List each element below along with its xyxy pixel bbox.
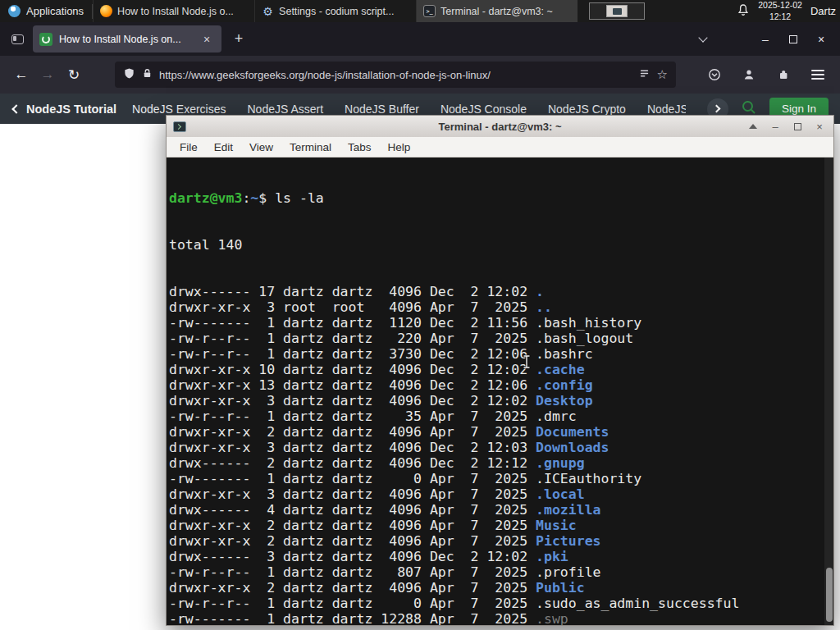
site-nav-back[interactable]: NodeJS Tutorial xyxy=(13,103,116,116)
tab-strip: How to Install Node.js on... × + – × xyxy=(0,22,840,56)
notification-bell-icon[interactable] xyxy=(737,3,750,20)
terminal-output-line: -rw-r--r-- 1 dartz dartz 35 Apr 7 2025 .… xyxy=(169,409,833,424)
terminal-menubar: FileEditViewTerminalTabsHelp xyxy=(167,137,833,158)
terminal-app-icon xyxy=(173,121,186,132)
terminal-close-button[interactable]: × xyxy=(812,119,827,134)
menu-view[interactable]: View xyxy=(241,141,281,153)
menu-tabs[interactable]: Tabs xyxy=(340,141,380,153)
terminal-window: Terminal - dartz@vm3: ~ – × FileEditView… xyxy=(166,115,834,626)
clock[interactable]: 2025-12-02 12:12 xyxy=(758,0,802,21)
window-minimize-button[interactable]: – xyxy=(751,27,779,52)
site-nav-item[interactable]: NodeJS Console xyxy=(441,103,527,116)
prompt-separator: : xyxy=(242,190,250,206)
desktop-panel: Applications How to Install Node.js o...… xyxy=(0,0,840,22)
menu-help[interactable]: Help xyxy=(380,141,419,153)
terminal-output-line: -rw------- 1 dartz dartz 1120 Dec 2 11:5… xyxy=(169,315,833,331)
forward-button[interactable]: → xyxy=(34,62,61,88)
bookmark-star-icon[interactable]: ☆ xyxy=(657,67,668,82)
settings-icon: ⚙ xyxy=(262,5,274,17)
list-all-tabs-button[interactable] xyxy=(691,27,715,52)
hamburger-icon xyxy=(811,70,824,80)
terminal-total-line: total 140 xyxy=(169,237,833,253)
tracking-shield-icon[interactable] xyxy=(123,67,135,83)
site-nav-back-label: NodeJS Tutorial xyxy=(26,103,116,116)
terminal-minimize-button[interactable]: – xyxy=(768,119,783,134)
terminal-prompt-line: dartz@vm3:~$ls -la xyxy=(169,190,833,206)
new-tab-button[interactable]: + xyxy=(226,27,251,52)
terminal-output-line: -rw-r--r-- 1 dartz dartz 220 Apr 7 2025 … xyxy=(169,331,833,346)
site-nav-item[interactable]: NodeJS Assert xyxy=(248,103,324,116)
window-close-button[interactable]: × xyxy=(807,27,835,52)
taskbar-item[interactable]: How to Install Node.js o... xyxy=(93,0,254,22)
terminal-output-line: drwxr-xr-x 2 dartz dartz 4096 Apr 7 2025… xyxy=(169,533,833,549)
site-nav-item[interactable]: NodeJS Crypto xyxy=(548,103,626,116)
terminal-output-line: -rw-r--r-- 1 dartz dartz 3730 Dec 2 12:0… xyxy=(169,346,833,362)
reload-button[interactable]: ↻ xyxy=(61,62,87,88)
applications-menu-button[interactable]: Applications xyxy=(0,0,92,22)
account-icon[interactable] xyxy=(735,62,763,88)
menu-edit[interactable]: Edit xyxy=(206,141,241,153)
site-nav-item[interactable]: NodeJS DNS xyxy=(647,103,686,116)
panel-status-area: 2025-12-02 12:12 Dartz xyxy=(737,0,840,21)
taskbar-item-label: Settings - codium script... xyxy=(279,6,394,17)
maximize-icon xyxy=(789,35,797,43)
workspace-switcher[interactable] xyxy=(589,2,645,20)
menu-button[interactable] xyxy=(804,62,832,88)
tab-title: How to Install Node.js on... xyxy=(59,34,192,45)
toolbar-icon-group xyxy=(701,62,832,88)
terminal-output-line: drwxr-xr-x 2 dartz dartz 4096 Apr 7 2025… xyxy=(169,518,833,533)
clock-time: 12:12 xyxy=(758,11,802,22)
terminal-output-line: drwxr-xr-x 3 root root 4096 Apr 7 2025 .… xyxy=(169,299,833,315)
lock-icon[interactable] xyxy=(142,67,153,82)
browser-toolbar: ← → ↻ https://www.geeksforgeeks.org/node… xyxy=(0,56,840,94)
maximize-icon xyxy=(794,123,801,130)
triangle-up-icon xyxy=(749,124,757,129)
terminal-output-line: -rw-r--r-- 1 dartz dartz 0 Apr 7 2025 .s… xyxy=(169,596,833,611)
taskbar-item-label: How to Install Node.js o... xyxy=(117,6,234,17)
taskbar-item[interactable]: ⚙Settings - codium script... xyxy=(254,0,416,22)
back-button[interactable]: ← xyxy=(8,62,34,88)
pocket-icon[interactable] xyxy=(701,62,728,88)
tab-close-button[interactable]: × xyxy=(199,31,215,48)
applications-menu-label: Applications xyxy=(26,5,84,17)
taskbar-item[interactable]: >_Terminal - dartz@vm3: ~ xyxy=(416,0,578,22)
panel-user-label: Dartz xyxy=(810,5,836,17)
terminal-maximize-button[interactable] xyxy=(790,119,805,134)
terminal-output-line: -rw------- 1 dartz dartz 12288 Apr 7 202… xyxy=(169,611,833,625)
firefox-icon xyxy=(100,5,112,17)
url-text[interactable]: https://www.geeksforgeeks.org/node-js/in… xyxy=(159,69,491,81)
window-maximize-button[interactable] xyxy=(779,27,807,52)
browser-tab[interactable]: How to Install Node.js on... × xyxy=(33,25,221,52)
url-bar[interactable]: https://www.geeksforgeeks.org/node-js/in… xyxy=(115,62,676,88)
site-nav-items: NodeJS ExercisesNodeJS AssertNodeJS Buff… xyxy=(121,103,686,116)
terminal-output-line: -rw------- 1 dartz dartz 0 Apr 7 2025 .I… xyxy=(169,471,833,486)
terminal-output-line: drwx------ 3 dartz dartz 4096 Dec 2 12:0… xyxy=(169,549,833,564)
window-controls: – × xyxy=(751,27,835,52)
menu-terminal[interactable]: Terminal xyxy=(281,141,340,153)
terminal-output-line: drwxr-xr-x 13 dartz dartz 4096 Dec 2 12:… xyxy=(169,377,833,393)
terminal-scrollbar[interactable] xyxy=(824,158,833,625)
terminal-titlebar[interactable]: Terminal - dartz@vm3: ~ – × xyxy=(167,116,833,137)
terminal-output: dartz@vm3:~$ls -la total 140 drwx------ … xyxy=(169,159,833,625)
terminal-output-line: drwxr-xr-x 3 dartz dartz 4096 Apr 7 2025… xyxy=(169,486,833,502)
firefox-view-button[interactable] xyxy=(5,27,30,52)
extensions-icon[interactable] xyxy=(769,62,797,88)
mouse-cursor-ibeam xyxy=(522,354,532,369)
applications-menu-icon xyxy=(8,5,21,17)
terminal-body[interactable]: dartz@vm3:~$ls -la total 140 drwx------ … xyxy=(167,158,833,625)
site-nav-item[interactable]: NodeJS Exercises xyxy=(132,103,226,116)
scrollbar-thumb[interactable] xyxy=(826,568,833,622)
terminal-shade-button[interactable] xyxy=(746,119,760,134)
prompt-path: ~ xyxy=(250,190,258,206)
workspace-window-thumbnail xyxy=(606,5,628,17)
terminal-icon: >_ xyxy=(423,5,436,17)
taskbar-item-label: Terminal - dartz@vm3: ~ xyxy=(441,6,553,17)
terminal-output-line: drwxr-xr-x 3 dartz dartz 4096 Dec 2 12:0… xyxy=(169,393,833,409)
terminal-output-line: drwx------ 17 dartz dartz 4096 Dec 2 12:… xyxy=(169,284,833,299)
terminal-output-line: -rw-r--r-- 1 dartz dartz 807 Apr 7 2025 … xyxy=(169,564,833,580)
terminal-output-line: drwxr-xr-x 3 dartz dartz 4096 Dec 2 12:0… xyxy=(169,440,833,455)
reader-view-icon[interactable] xyxy=(638,67,651,83)
chevron-down-icon xyxy=(698,33,707,42)
menu-file[interactable]: File xyxy=(171,141,206,153)
site-nav-item[interactable]: NodeJS Buffer xyxy=(345,103,419,116)
